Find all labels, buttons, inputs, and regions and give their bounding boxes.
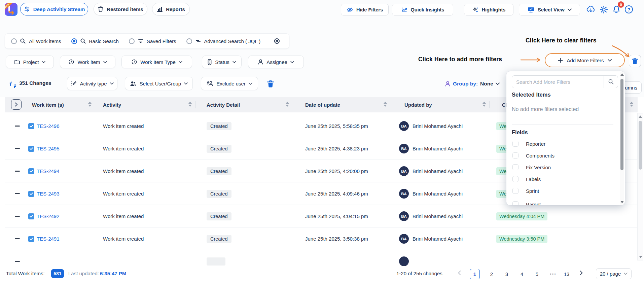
chevron-down-icon	[179, 61, 182, 63]
field-option-components[interactable]: Components	[512, 152, 554, 159]
page-button-13[interactable]: 13	[561, 269, 573, 279]
table-row-partial[interactable]	[5, 250, 638, 266]
page-button-5[interactable]: 5	[532, 269, 542, 279]
select-user-group-filter[interactable]: Select User/Group	[125, 77, 193, 90]
work-item-key-link[interactable]: TES-2496	[37, 115, 60, 137]
search-mode-all-work-items[interactable]: All Work items	[11, 38, 61, 44]
checkbox-unchecked[interactable]	[512, 176, 518, 182]
search-icon[interactable]	[604, 76, 618, 88]
scroll-up-arrow[interactable]	[620, 73, 624, 76]
refresh-icon[interactable]	[9, 81, 17, 89]
clear-toolbar-trash-icon[interactable]	[267, 80, 274, 88]
project-filter[interactable]: Project	[6, 56, 54, 68]
clear-filters-trash-button[interactable]	[629, 55, 641, 67]
scrollbar-thumb[interactable]	[639, 121, 642, 170]
restored-items-label: Restored items	[107, 6, 143, 12]
date-cell: June 25th 2025, 5:58:35 pm	[305, 115, 368, 137]
checkbox-unchecked[interactable]	[512, 164, 518, 170]
row-checkbox-checked[interactable]	[28, 213, 34, 219]
row-checkbox-checked[interactable]	[28, 191, 34, 197]
radio-selected[interactable]	[71, 38, 77, 44]
page-button-4[interactable]: 4	[517, 269, 527, 279]
help-icon[interactable]: ?	[624, 5, 634, 14]
radio-unselected[interactable]	[11, 38, 17, 44]
sort-activity-detail[interactable]	[286, 102, 289, 108]
collapse-row-icon[interactable]	[15, 193, 20, 194]
hide-filters-button[interactable]: Hide Filters	[341, 4, 389, 15]
page-ellipsis[interactable]: •••	[546, 269, 560, 279]
scrollbar-thumb[interactable]	[620, 79, 623, 170]
search-mode-advanced-search-jql[interactable]: Advanced Search ( JQL )	[186, 38, 261, 44]
panel-search-box[interactable]	[512, 75, 618, 88]
field-option-fix-version[interactable]: Fix Version	[512, 164, 551, 170]
quick-insights-button[interactable]: Quick Insights	[392, 4, 453, 15]
work-item-key-link[interactable]: TES-2495	[37, 137, 60, 160]
collapse-row-icon[interactable]	[15, 216, 20, 217]
scroll-down-arrow[interactable]	[639, 256, 642, 258]
exclude-user-filter[interactable]: Exclude user	[201, 77, 258, 90]
scroll-up-arrow[interactable]	[639, 115, 642, 118]
sort-activity[interactable]	[188, 102, 192, 108]
checkbox-unchecked[interactable]	[512, 141, 518, 147]
search-mode-saved-filters[interactable]: Saved Filters	[129, 38, 176, 44]
page-button-3[interactable]: 3	[502, 269, 512, 279]
row-checkbox-checked[interactable]	[28, 146, 34, 152]
checkbox-unchecked[interactable]	[512, 152, 518, 159]
sort-date[interactable]	[384, 102, 387, 108]
group-by-control[interactable]: Group by: None	[445, 81, 500, 87]
work-item-filter[interactable]: Work item	[60, 56, 115, 68]
visibility-eye-icon[interactable]	[273, 38, 281, 44]
collapse-row-icon[interactable]	[15, 261, 20, 262]
columns-button-partial[interactable]: umns	[623, 81, 642, 94]
row-checkbox-checked[interactable]	[28, 123, 34, 129]
radio-unselected[interactable]	[186, 38, 192, 44]
add-more-filters-button[interactable]: Add More Filters	[545, 53, 625, 67]
sort-changed[interactable]	[630, 102, 633, 108]
panel-search-input[interactable]	[512, 76, 604, 88]
collapse-row-icon[interactable]	[15, 238, 20, 239]
page-button-1[interactable]: 1	[470, 269, 480, 279]
panel-scrollbar[interactable]	[620, 72, 624, 205]
activity-type-label: Activity type	[80, 81, 107, 86]
collapse-row-icon[interactable]	[15, 126, 20, 127]
collapse-row-icon[interactable]	[15, 148, 20, 149]
row-checkbox-checked[interactable]	[28, 236, 34, 242]
work-item-type-filter[interactable]: Work Item Type	[121, 56, 192, 68]
field-option-parent-partial[interactable]: Parent	[512, 201, 541, 205]
scroll-down-arrow[interactable]	[620, 201, 624, 203]
option-label: Basic Search	[89, 38, 119, 44]
page-button-2[interactable]: 2	[487, 269, 497, 279]
next-page-arrow[interactable]	[579, 270, 583, 276]
activity-type-filter[interactable]: Activity type	[67, 77, 117, 90]
sort-work-item[interactable]	[88, 102, 92, 108]
sort-updated-by[interactable]	[482, 102, 486, 108]
deep-activity-stream-tab[interactable]: Deep Activitiy Stream	[20, 3, 88, 15]
previous-page-arrow[interactable]	[458, 270, 461, 276]
restored-items-button[interactable]: Restored items	[94, 3, 147, 15]
checkbox-unchecked[interactable]	[512, 201, 518, 205]
row-checkbox-checked[interactable]	[28, 168, 34, 174]
collapse-row-icon[interactable]	[15, 171, 20, 172]
table-row[interactable]: TES-2492 Work item created Created June …	[5, 205, 638, 227]
assignee-filter[interactable]: Assignee	[248, 56, 304, 68]
table-row[interactable]: TES-2491 Work item created Created June …	[5, 227, 638, 250]
select-view-button[interactable]: Select View	[519, 4, 580, 15]
reports-button[interactable]: Reports	[152, 3, 190, 15]
work-item-key-link[interactable]: TES-2492	[37, 205, 60, 227]
cloud-download-icon[interactable]	[586, 5, 596, 14]
highlights-button[interactable]: Highlights	[464, 4, 513, 15]
field-option-reporter[interactable]: Reporter	[512, 141, 545, 147]
work-item-key-link[interactable]: TES-2493	[37, 182, 60, 205]
search-mode-basic-search[interactable]: Basic Search	[71, 38, 119, 44]
status-filter[interactable]: Status	[202, 56, 242, 68]
table-vertical-scrollbar[interactable]	[637, 113, 643, 260]
work-item-key-link[interactable]: TES-2494	[37, 160, 60, 182]
checkbox-unchecked[interactable]	[512, 188, 518, 194]
work-item-key-link[interactable]: TES-2491	[37, 227, 60, 250]
field-option-sprint[interactable]: Sprint	[512, 188, 539, 194]
expand-all-button[interactable]	[11, 99, 22, 110]
page-size-select[interactable]: 20 / page	[596, 268, 632, 279]
field-option-labels[interactable]: Labels	[512, 176, 541, 182]
gear-icon[interactable]	[599, 5, 608, 14]
radio-unselected[interactable]	[129, 38, 135, 44]
